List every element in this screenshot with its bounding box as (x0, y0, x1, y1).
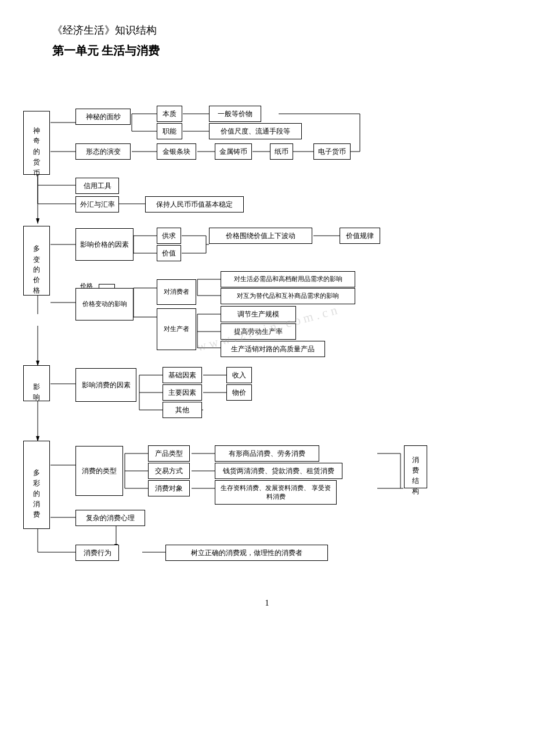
zhibi-box: 纸币 (270, 143, 293, 160)
tigao-box: 提高劳动生产率 (221, 323, 296, 340)
xingtai-box: 形态的演变 (75, 143, 131, 160)
jiazhi2-box: 价值 (157, 245, 181, 261)
wujia-box: 物价 (226, 384, 252, 401)
shenghuobijixu-box: 对生活必需品和高档耐用品需求的影响 (221, 271, 355, 287)
shuli-box: 树立正确的消费观，做理性的消费者 (165, 545, 328, 561)
jiaoyifangshi-box: 交易方式 (148, 463, 190, 479)
tiaojie-box: 调节生产规模 (221, 306, 296, 322)
xiaofeiduixiang-box: 消费对象 (148, 480, 190, 496)
qita-box: 其他 (163, 402, 202, 418)
yingxiang-box: 影 响 (23, 365, 50, 401)
duixiaofei-box: 对消费者 (157, 279, 196, 305)
fuza-box: 复杂的消费心理 (75, 510, 145, 526)
jiazhi-liutong-box: 价值尺度、流通手段等 (209, 123, 302, 139)
page-number: 1 (17, 599, 517, 608)
yibandengjiawu-box: 一般等价物 (209, 106, 261, 122)
xiaofeixingwei-box: 消费行为 (75, 545, 119, 561)
jiagebiandong-label-box: 价格变动的影响 (75, 288, 134, 321)
svg-marker-71 (36, 218, 39, 224)
qianhuoliangqing-box: 钱货两清消费、贷款消费、租赁消费 (215, 463, 342, 479)
yingxiangjia-box: 影响价格的因素 (75, 228, 134, 261)
waihuihuilu-box: 外汇与汇率 (75, 196, 119, 213)
gongqiu-box: 供求 (157, 228, 181, 244)
shouru-box: 收入 (226, 367, 252, 383)
jiazhi-guilv-box: 价值规律 (340, 228, 380, 244)
benzhi-box: 本质 (157, 106, 182, 122)
jichuyinsu-box: 基础因素 (163, 367, 202, 383)
xinyong-box: 信用工具 (75, 178, 119, 194)
baochi-box: 保持人民币币值基本稳定 (145, 196, 244, 213)
dianzihubi-box: 电子货币 (313, 143, 351, 160)
jiageweirao-box: 价格围绕价值上下波动 (209, 228, 312, 244)
miansha-box: 神秘的面纱 (75, 109, 131, 125)
unit-title: 第一单元 生活与消费 (52, 43, 517, 59)
shengcunziliao-box: 生存资料消费、发展资料消费、 享受资料消费 (215, 480, 337, 505)
hudaitidai-box: 对互为替代品和互补商品需求的影响 (221, 288, 355, 304)
duishengchanzhe-box: 对生产者 (157, 308, 196, 350)
shenqi-huobi-box: 神 奇 的 货 币 (23, 111, 50, 175)
xiaofei-jiegou-box: 消 费 结 构 (404, 445, 427, 488)
xiaofeileixing-box: 消费的类型 (75, 446, 123, 496)
chanpinleixing-box: 产品类型 (148, 445, 190, 462)
page-title: 《经济生活》知识结构 (52, 23, 517, 37)
yingxiangxiaofei-box: 影响消费的因素 (75, 368, 136, 402)
zhineng-box: 职能 (157, 123, 182, 139)
zhuyaoyinsu-box: 主要因素 (163, 384, 202, 401)
shengchan-box: 生产适销对路的高质量产品 (221, 341, 325, 357)
jinyintiao-box: 金银条块 (157, 143, 196, 160)
youxing-box: 有形商品消费、劳务消费 (215, 445, 319, 462)
duobiande-jiage-box: 多 变 的 价 格 (23, 226, 50, 296)
jinshuzhubi-box: 金属铸币 (215, 143, 252, 160)
duocai-box: 多 彩 的 消 费 (23, 441, 50, 529)
